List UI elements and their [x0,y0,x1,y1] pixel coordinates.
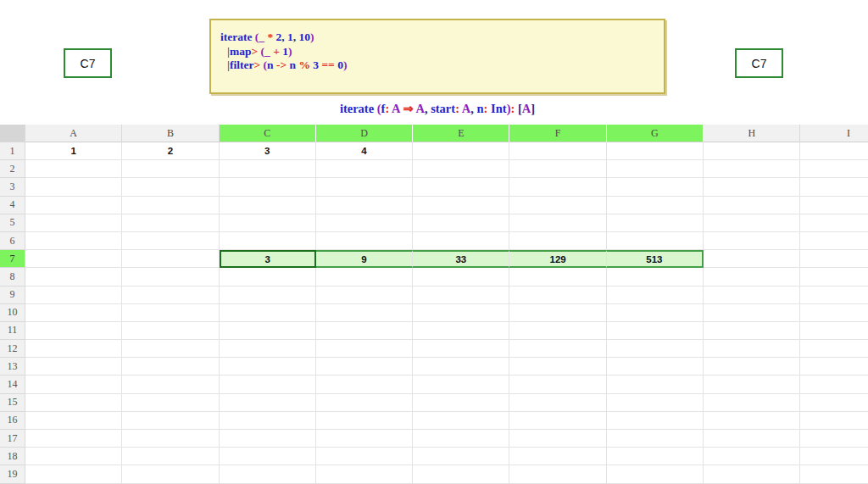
cell-G2[interactable] [607,160,704,178]
cell-I14[interactable] [800,376,868,393]
cell-E18[interactable] [413,448,509,465]
cell-C6[interactable] [220,232,316,250]
cell-B13[interactable] [122,358,219,376]
cell-C18[interactable] [220,448,316,465]
cell-D15[interactable] [316,394,413,412]
cell-I7[interactable] [800,250,868,268]
cell-E8[interactable] [413,268,509,286]
cell-F1[interactable] [509,142,606,160]
cell-C14[interactable] [220,376,316,393]
row-header-9[interactable]: 9 [0,287,25,304]
cell-G17[interactable] [607,430,704,448]
cell-C19[interactable] [220,465,316,483]
code-editor-box[interactable]: iterate (_ * 2, 1, 10)|map> (_ + 1)|filt… [209,19,665,94]
cell-F8[interactable] [509,268,606,286]
column-header-H[interactable]: H [704,125,800,142]
cell-G13[interactable] [607,358,704,376]
cell-E3[interactable] [413,178,509,196]
cell-B5[interactable] [122,214,219,232]
cell-F11[interactable] [509,322,606,340]
cell-C12[interactable] [220,340,316,358]
cell-I6[interactable] [800,232,868,250]
cell-H4[interactable] [704,197,800,214]
cell-F5[interactable] [509,214,606,232]
cell-E16[interactable] [413,412,509,430]
cell-I1[interactable] [800,142,868,160]
cell-B17[interactable] [122,430,219,448]
cell-D12[interactable] [316,340,413,358]
cell-reference-box-left[interactable]: C7 [64,48,112,78]
cell-E6[interactable] [413,232,509,250]
cell-I16[interactable] [800,412,868,430]
cell-G4[interactable] [607,197,704,214]
cell-A6[interactable] [25,232,122,250]
cell-G7[interactable]: 513 [607,250,704,268]
cell-F6[interactable] [509,232,606,250]
cell-B3[interactable] [122,178,219,196]
cell-I15[interactable] [800,394,868,412]
cell-B18[interactable] [122,448,219,465]
cell-H13[interactable] [704,358,800,376]
cell-E4[interactable] [413,197,509,214]
row-header-10[interactable]: 10 [0,304,25,322]
cell-E2[interactable] [413,160,509,178]
cell-E9[interactable] [413,287,509,304]
cell-H9[interactable] [704,287,800,304]
cell-D13[interactable] [316,358,413,376]
cell-I2[interactable] [800,160,868,178]
cell-D1[interactable]: 4 [316,142,413,160]
cell-G18[interactable] [607,448,704,465]
cell-G19[interactable] [607,465,704,483]
cell-E10[interactable] [413,304,509,322]
cell-F4[interactable] [509,197,606,214]
cell-A18[interactable] [25,448,122,465]
cell-C8[interactable] [220,268,316,286]
cell-D18[interactable] [316,448,413,465]
cell-H19[interactable] [704,465,800,483]
cell-F7[interactable]: 129 [509,250,606,268]
cell-B15[interactable] [122,394,219,412]
cell-F12[interactable] [509,340,606,358]
cell-C9[interactable] [220,287,316,304]
cell-C4[interactable] [220,197,316,214]
cell-H18[interactable] [704,448,800,465]
row-header-6[interactable]: 6 [0,232,25,250]
cell-H1[interactable] [704,142,800,160]
row-header-5[interactable]: 5 [0,214,25,232]
row-header-8[interactable]: 8 [0,268,25,286]
cell-B6[interactable] [122,232,219,250]
cell-F17[interactable] [509,430,606,448]
cell-D10[interactable] [316,304,413,322]
cell-A12[interactable] [25,340,122,358]
cell-E7[interactable]: 33 [413,250,509,268]
cell-A7[interactable] [25,250,122,268]
cell-H6[interactable] [704,232,800,250]
cell-H2[interactable] [704,160,800,178]
column-header-G[interactable]: G [607,125,704,142]
cell-C16[interactable] [220,412,316,430]
cell-G12[interactable] [607,340,704,358]
cell-D7[interactable]: 9 [316,250,413,268]
cell-A19[interactable] [25,465,122,483]
cell-F14[interactable] [509,376,606,393]
cell-F13[interactable] [509,358,606,376]
cell-A15[interactable] [25,394,122,412]
cell-I3[interactable] [800,178,868,196]
cell-G5[interactable] [607,214,704,232]
cell-G8[interactable] [607,268,704,286]
cell-E5[interactable] [413,214,509,232]
cell-A4[interactable] [25,197,122,214]
cell-B14[interactable] [122,376,219,393]
cell-A14[interactable] [25,376,122,393]
cell-F16[interactable] [509,412,606,430]
cell-B7[interactable] [122,250,219,268]
row-header-16[interactable]: 16 [0,412,25,430]
row-header-1[interactable]: 1 [0,142,25,160]
cell-C17[interactable] [220,430,316,448]
cell-A16[interactable] [25,412,122,430]
cell-A9[interactable] [25,287,122,304]
cell-F10[interactable] [509,304,606,322]
cell-G16[interactable] [607,412,704,430]
cell-D16[interactable] [316,412,413,430]
cell-I10[interactable] [800,304,868,322]
